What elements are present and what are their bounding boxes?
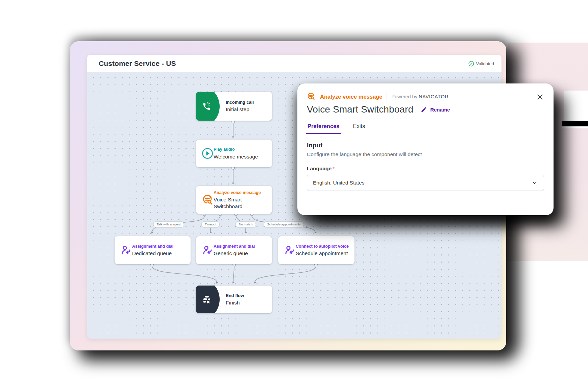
input-section: Input Configure the language the compone… <box>297 134 554 191</box>
rename-label: Rename <box>430 107 450 113</box>
edge-label-pill: Talk with a agent <box>153 221 184 228</box>
node-name: Voice Smart Switchboard <box>214 196 269 210</box>
background-strip-fragment <box>562 126 588 128</box>
powered-by: Powered by NAVIGATOR <box>391 94 448 99</box>
section-heading: Input <box>307 142 544 149</box>
node-type-label: Play audio <box>214 147 269 152</box>
screenshot-stage: Customer Service - US Validated <box>0 0 588 392</box>
section-description: Configure the language the component wil… <box>307 151 544 157</box>
node-type-label: End flow <box>226 293 269 298</box>
node-name: Dedicated queue <box>132 250 188 256</box>
close-button[interactable] <box>535 92 545 102</box>
flow-node-generic-queue[interactable]: Assignment and dial Generic queue <box>196 236 272 264</box>
edge-label-pill: No match <box>236 221 256 228</box>
node-name: Initial step <box>226 106 269 113</box>
flow-node-analyze-voice[interactable]: Analyze voice message Voice Smart Switch… <box>196 186 272 214</box>
edge-label-pill: Schedule appointments <box>264 221 304 228</box>
node-type-label: Assignment and dial <box>214 244 269 249</box>
panel-title: Voice Smart Switchboard <box>307 104 413 115</box>
node-name: Schedule appointment <box>296 250 352 256</box>
chevron-down-icon <box>531 179 538 186</box>
divider <box>387 93 387 101</box>
voice-analyze-icon <box>307 92 316 101</box>
flow-node-incoming-call[interactable]: Incoming call Initial step <box>196 92 272 121</box>
edge-label-pill: Timeout <box>201 221 220 228</box>
close-icon <box>536 93 544 101</box>
language-field-label: Language* <box>307 166 544 172</box>
node-type-label: Analyze voice message <box>214 190 269 196</box>
node-type-label: Connect to autopilot voice <box>296 244 352 249</box>
node-name: Welcome message <box>214 153 269 160</box>
component-type-label: Analyze voice message <box>320 94 382 100</box>
status-badge: Validated <box>468 55 494 72</box>
status-badge-label: Validated <box>476 61 494 66</box>
node-type-label: Assignment and dial <box>132 244 188 249</box>
flow-node-dedicated-queue[interactable]: Assignment and dial Dedicated queue <box>115 236 191 264</box>
flow-title: Customer Service - US <box>87 59 176 68</box>
node-type-label: Incoming call <box>226 100 269 105</box>
brand-name: NAVIGATOR <box>419 94 448 99</box>
agent-assignment-icon <box>120 245 132 256</box>
flow-node-end-flow[interactable]: End flow Finish <box>196 286 272 313</box>
tab-exits[interactable]: Exits <box>352 121 366 134</box>
pencil-icon <box>421 106 427 113</box>
end-flow-icon <box>201 294 212 304</box>
flow-node-schedule-appointment[interactable]: Connect to autopilot voice Schedule appo… <box>278 236 354 264</box>
phone-incoming-icon <box>201 101 212 112</box>
agent-assignment-icon <box>202 245 213 256</box>
background-card-fragment <box>564 91 588 122</box>
background-bar-fragment <box>562 121 588 126</box>
flow-node-play-audio[interactable]: Play audio Welcome message <box>196 140 272 167</box>
language-select-value: English, United States <box>313 180 365 186</box>
required-marker: * <box>333 166 335 171</box>
flow-header: Customer Service - US Validated <box>87 55 501 72</box>
check-circle-icon <box>468 61 474 67</box>
language-select[interactable]: English, United States <box>307 175 544 191</box>
panel-tabs: Preferences Exits <box>297 121 554 134</box>
rename-button[interactable]: Rename <box>421 106 450 113</box>
voice-analyze-icon <box>202 194 214 206</box>
agent-assignment-icon <box>284 245 295 256</box>
component-config-panel: Analyze voice message Powered by NAVIGAT… <box>297 83 554 215</box>
tab-preferences[interactable]: Preferences <box>307 121 340 134</box>
node-name: Finish <box>226 299 269 306</box>
node-name: Generic queue <box>214 250 269 256</box>
play-circle-icon <box>202 148 213 159</box>
panel-header: Analyze voice message Powered by NAVIGAT… <box>307 92 543 101</box>
